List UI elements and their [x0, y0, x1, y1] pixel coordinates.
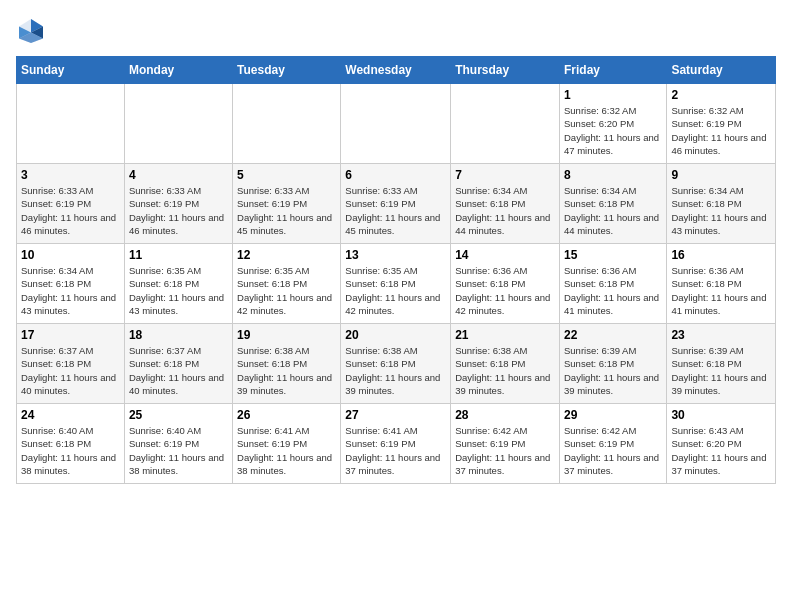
calendar-cell: 20Sunrise: 6:38 AMSunset: 6:18 PMDayligh…: [341, 324, 451, 404]
day-number: 5: [237, 168, 336, 182]
day-info: Sunrise: 6:38 AMSunset: 6:18 PMDaylight:…: [345, 344, 446, 397]
day-info: Sunrise: 6:33 AMSunset: 6:19 PMDaylight:…: [345, 184, 446, 237]
day-info: Sunrise: 6:41 AMSunset: 6:19 PMDaylight:…: [345, 424, 446, 477]
day-number: 10: [21, 248, 120, 262]
day-number: 11: [129, 248, 228, 262]
day-number: 23: [671, 328, 771, 342]
calendar-cell: 27Sunrise: 6:41 AMSunset: 6:19 PMDayligh…: [341, 404, 451, 484]
calendar-cell: 9Sunrise: 6:34 AMSunset: 6:18 PMDaylight…: [667, 164, 776, 244]
calendar-cell: 10Sunrise: 6:34 AMSunset: 6:18 PMDayligh…: [17, 244, 125, 324]
day-info: Sunrise: 6:36 AMSunset: 6:18 PMDaylight:…: [455, 264, 555, 317]
day-number: 21: [455, 328, 555, 342]
day-info: Sunrise: 6:37 AMSunset: 6:18 PMDaylight:…: [21, 344, 120, 397]
calendar-cell: 2Sunrise: 6:32 AMSunset: 6:19 PMDaylight…: [667, 84, 776, 164]
weekday-header-sunday: Sunday: [17, 57, 125, 84]
day-info: Sunrise: 6:33 AMSunset: 6:19 PMDaylight:…: [21, 184, 120, 237]
weekday-header-tuesday: Tuesday: [233, 57, 341, 84]
day-info: Sunrise: 6:34 AMSunset: 6:18 PMDaylight:…: [455, 184, 555, 237]
day-info: Sunrise: 6:41 AMSunset: 6:19 PMDaylight:…: [237, 424, 336, 477]
weekday-header-row: SundayMondayTuesdayWednesdayThursdayFrid…: [17, 57, 776, 84]
day-number: 18: [129, 328, 228, 342]
calendar-cell: 6Sunrise: 6:33 AMSunset: 6:19 PMDaylight…: [341, 164, 451, 244]
calendar-cell: 19Sunrise: 6:38 AMSunset: 6:18 PMDayligh…: [233, 324, 341, 404]
calendar-cell: [124, 84, 232, 164]
calendar-cell: 28Sunrise: 6:42 AMSunset: 6:19 PMDayligh…: [451, 404, 560, 484]
day-number: 28: [455, 408, 555, 422]
calendar-cell: 17Sunrise: 6:37 AMSunset: 6:18 PMDayligh…: [17, 324, 125, 404]
calendar-cell: 18Sunrise: 6:37 AMSunset: 6:18 PMDayligh…: [124, 324, 232, 404]
week-row-1: 1Sunrise: 6:32 AMSunset: 6:20 PMDaylight…: [17, 84, 776, 164]
calendar-cell: 13Sunrise: 6:35 AMSunset: 6:18 PMDayligh…: [341, 244, 451, 324]
day-number: 3: [21, 168, 120, 182]
calendar-cell: 29Sunrise: 6:42 AMSunset: 6:19 PMDayligh…: [559, 404, 666, 484]
calendar-cell: 14Sunrise: 6:36 AMSunset: 6:18 PMDayligh…: [451, 244, 560, 324]
day-info: Sunrise: 6:33 AMSunset: 6:19 PMDaylight:…: [129, 184, 228, 237]
calendar-cell: 15Sunrise: 6:36 AMSunset: 6:18 PMDayligh…: [559, 244, 666, 324]
day-number: 1: [564, 88, 662, 102]
day-number: 15: [564, 248, 662, 262]
day-info: Sunrise: 6:42 AMSunset: 6:19 PMDaylight:…: [455, 424, 555, 477]
day-number: 13: [345, 248, 446, 262]
calendar-cell: 3Sunrise: 6:33 AMSunset: 6:19 PMDaylight…: [17, 164, 125, 244]
day-number: 12: [237, 248, 336, 262]
logo-icon: [16, 16, 46, 46]
calendar-cell: 5Sunrise: 6:33 AMSunset: 6:19 PMDaylight…: [233, 164, 341, 244]
calendar-cell: 24Sunrise: 6:40 AMSunset: 6:18 PMDayligh…: [17, 404, 125, 484]
day-number: 7: [455, 168, 555, 182]
day-number: 29: [564, 408, 662, 422]
weekday-header-thursday: Thursday: [451, 57, 560, 84]
calendar-cell: 8Sunrise: 6:34 AMSunset: 6:18 PMDaylight…: [559, 164, 666, 244]
calendar-cell: 12Sunrise: 6:35 AMSunset: 6:18 PMDayligh…: [233, 244, 341, 324]
day-info: Sunrise: 6:32 AMSunset: 6:19 PMDaylight:…: [671, 104, 771, 157]
calendar-cell: [451, 84, 560, 164]
calendar-cell: 16Sunrise: 6:36 AMSunset: 6:18 PMDayligh…: [667, 244, 776, 324]
day-number: 24: [21, 408, 120, 422]
day-info: Sunrise: 6:35 AMSunset: 6:18 PMDaylight:…: [129, 264, 228, 317]
day-number: 6: [345, 168, 446, 182]
week-row-4: 17Sunrise: 6:37 AMSunset: 6:18 PMDayligh…: [17, 324, 776, 404]
week-row-2: 3Sunrise: 6:33 AMSunset: 6:19 PMDaylight…: [17, 164, 776, 244]
calendar-cell: 1Sunrise: 6:32 AMSunset: 6:20 PMDaylight…: [559, 84, 666, 164]
day-info: Sunrise: 6:34 AMSunset: 6:18 PMDaylight:…: [671, 184, 771, 237]
day-info: Sunrise: 6:36 AMSunset: 6:18 PMDaylight:…: [671, 264, 771, 317]
day-info: Sunrise: 6:37 AMSunset: 6:18 PMDaylight:…: [129, 344, 228, 397]
calendar-cell: 11Sunrise: 6:35 AMSunset: 6:18 PMDayligh…: [124, 244, 232, 324]
weekday-header-saturday: Saturday: [667, 57, 776, 84]
day-info: Sunrise: 6:34 AMSunset: 6:18 PMDaylight:…: [21, 264, 120, 317]
day-number: 2: [671, 88, 771, 102]
calendar-cell: [17, 84, 125, 164]
day-number: 4: [129, 168, 228, 182]
day-info: Sunrise: 6:38 AMSunset: 6:18 PMDaylight:…: [455, 344, 555, 397]
weekday-header-wednesday: Wednesday: [341, 57, 451, 84]
day-info: Sunrise: 6:43 AMSunset: 6:20 PMDaylight:…: [671, 424, 771, 477]
day-info: Sunrise: 6:39 AMSunset: 6:18 PMDaylight:…: [671, 344, 771, 397]
day-number: 27: [345, 408, 446, 422]
day-info: Sunrise: 6:38 AMSunset: 6:18 PMDaylight:…: [237, 344, 336, 397]
day-info: Sunrise: 6:40 AMSunset: 6:19 PMDaylight:…: [129, 424, 228, 477]
calendar-cell: 30Sunrise: 6:43 AMSunset: 6:20 PMDayligh…: [667, 404, 776, 484]
day-number: 19: [237, 328, 336, 342]
day-number: 22: [564, 328, 662, 342]
calendar-cell: 23Sunrise: 6:39 AMSunset: 6:18 PMDayligh…: [667, 324, 776, 404]
day-info: Sunrise: 6:32 AMSunset: 6:20 PMDaylight:…: [564, 104, 662, 157]
day-info: Sunrise: 6:35 AMSunset: 6:18 PMDaylight:…: [237, 264, 336, 317]
day-number: 26: [237, 408, 336, 422]
day-info: Sunrise: 6:40 AMSunset: 6:18 PMDaylight:…: [21, 424, 120, 477]
weekday-header-friday: Friday: [559, 57, 666, 84]
day-number: 25: [129, 408, 228, 422]
calendar-cell: [341, 84, 451, 164]
calendar-cell: 26Sunrise: 6:41 AMSunset: 6:19 PMDayligh…: [233, 404, 341, 484]
day-info: Sunrise: 6:34 AMSunset: 6:18 PMDaylight:…: [564, 184, 662, 237]
day-number: 16: [671, 248, 771, 262]
day-info: Sunrise: 6:39 AMSunset: 6:18 PMDaylight:…: [564, 344, 662, 397]
week-row-5: 24Sunrise: 6:40 AMSunset: 6:18 PMDayligh…: [17, 404, 776, 484]
calendar-cell: 25Sunrise: 6:40 AMSunset: 6:19 PMDayligh…: [124, 404, 232, 484]
calendar-cell: 21Sunrise: 6:38 AMSunset: 6:18 PMDayligh…: [451, 324, 560, 404]
day-number: 8: [564, 168, 662, 182]
day-number: 20: [345, 328, 446, 342]
calendar-cell: 7Sunrise: 6:34 AMSunset: 6:18 PMDaylight…: [451, 164, 560, 244]
day-number: 9: [671, 168, 771, 182]
day-number: 14: [455, 248, 555, 262]
weekday-header-monday: Monday: [124, 57, 232, 84]
page-header: [16, 16, 776, 46]
